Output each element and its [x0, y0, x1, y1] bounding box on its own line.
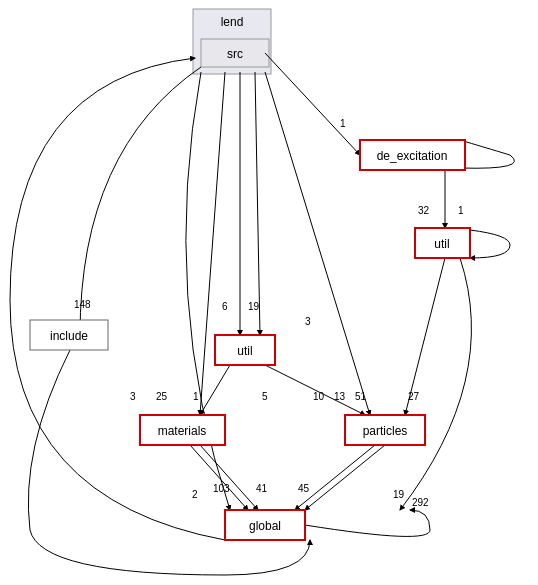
lend-label: lend [221, 15, 244, 29]
src-label: src [227, 47, 243, 61]
edge-label-25: 25 [156, 391, 168, 402]
edge-label-10: 10 [313, 391, 325, 402]
graph-container: lend src de_excitation util include util… [0, 0, 538, 585]
svg-line-4 [255, 72, 260, 335]
edge-label-2: 2 [192, 489, 198, 500]
svg-line-5 [265, 72, 370, 415]
util-top-label: util [434, 237, 449, 251]
edge-label-51: 51 [355, 391, 367, 402]
svg-line-13 [305, 445, 385, 510]
svg-line-11 [200, 445, 258, 510]
edge-label-27: 27 [408, 391, 420, 402]
edge-label-3b: 3 [130, 391, 136, 402]
util-mid-label: util [237, 344, 252, 358]
global-label: global [249, 519, 281, 533]
edge-label-292: 292 [412, 497, 429, 508]
edge-label-41: 41 [256, 483, 268, 494]
de-excitation-label: de_excitation [377, 149, 448, 163]
edge-label-45: 45 [298, 483, 310, 494]
edge-label-103: 103 [213, 483, 230, 494]
graph-svg: lend src de_excitation util include util… [0, 0, 538, 585]
materials-label: materials [158, 424, 207, 438]
edge-label-19b: 19 [393, 489, 405, 500]
edge-label-32: 32 [418, 205, 430, 216]
edge-label-5: 5 [262, 391, 268, 402]
edge-label-1c: 1 [193, 391, 199, 402]
edge-label-19: 19 [248, 301, 260, 312]
edge-label-3a: 3 [305, 316, 311, 327]
svg-line-12 [295, 445, 375, 510]
include-label: include [50, 329, 88, 343]
edge-label-1: 1 [340, 118, 346, 129]
edge-label-6: 6 [222, 301, 228, 312]
svg-line-2 [265, 53, 360, 155]
svg-line-9 [265, 365, 365, 415]
edge-label-13: 13 [334, 391, 346, 402]
particles-label: particles [363, 424, 408, 438]
svg-line-10 [190, 445, 248, 510]
edge-label-148: 148 [74, 299, 91, 310]
svg-line-8 [200, 365, 230, 415]
edge-label-1b: 1 [458, 205, 464, 216]
